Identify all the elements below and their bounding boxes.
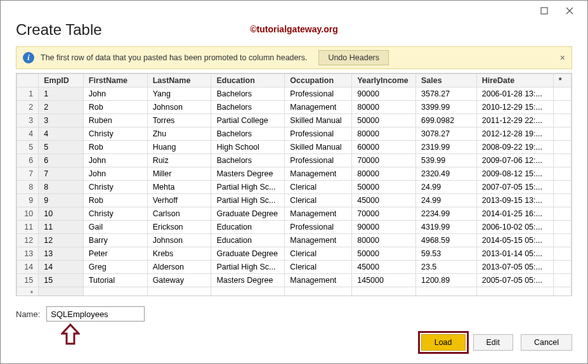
cell[interactable]: 2320.49 xyxy=(415,167,476,181)
cell[interactable]: Rob xyxy=(83,141,147,154)
cell[interactable]: 11 xyxy=(39,221,84,234)
cell[interactable]: John xyxy=(83,167,147,181)
table-row[interactable]: 11JohnYangBachelorsProfessional900003578… xyxy=(17,88,572,101)
table-row[interactable]: 1111GailEricksonEducationProfessional900… xyxy=(17,221,572,234)
cell[interactable]: Ruben xyxy=(83,114,147,127)
table-row[interactable]: 1515TutorialGatewayMasters DegreeManagem… xyxy=(17,274,572,287)
cell[interactable]: 1200.89 xyxy=(415,274,476,287)
edit-button[interactable]: Edit xyxy=(473,334,514,351)
cell[interactable]: 6 xyxy=(39,154,84,167)
cell[interactable]: 2013-09-15 13:... xyxy=(476,194,553,207)
col-header[interactable]: LastName xyxy=(147,74,211,88)
cell[interactable] xyxy=(415,287,476,297)
cell[interactable]: 13 xyxy=(39,247,84,261)
cell[interactable]: Management xyxy=(285,274,352,287)
cell[interactable]: 2009-08-12 15:... xyxy=(476,167,553,181)
cell[interactable]: Partial High Sc... xyxy=(211,181,285,194)
cell[interactable]: Christy xyxy=(83,181,147,194)
cell[interactable]: Rob xyxy=(83,101,147,114)
cell[interactable]: 2234.99 xyxy=(415,207,476,221)
table-row[interactable]: 1313PeterKrebsGraduate DegreeClerical500… xyxy=(17,247,572,261)
cell[interactable]: 2319.99 xyxy=(415,141,476,154)
cancel-button[interactable]: Cancel xyxy=(521,334,572,351)
cell[interactable]: 70000 xyxy=(352,207,416,221)
cell[interactable]: 90000 xyxy=(352,88,416,101)
cell[interactable]: 59.53 xyxy=(415,247,476,261)
cell[interactable]: Professional xyxy=(285,127,352,141)
cell[interactable]: Partial College xyxy=(211,114,285,127)
table-row[interactable]: 66JohnRuizBachelorsProfessional70000539.… xyxy=(17,154,572,167)
cell[interactable]: Rob xyxy=(83,194,147,207)
cell[interactable] xyxy=(39,287,84,297)
cell[interactable]: 2006-01-28 13:... xyxy=(476,88,553,101)
cell[interactable]: Zhu xyxy=(147,127,211,141)
cell[interactable]: 4968.59 xyxy=(415,234,476,247)
cell[interactable]: Christy xyxy=(83,207,147,221)
close-window-button[interactable] xyxy=(557,2,582,20)
cell[interactable]: Alderson xyxy=(147,261,211,274)
cell[interactable]: 2011-12-29 22:... xyxy=(476,114,553,127)
cell[interactable]: 8 xyxy=(39,181,84,194)
cell[interactable]: 2010-12-29 15:... xyxy=(476,101,553,114)
cell[interactable]: 80000 xyxy=(352,101,416,114)
col-header[interactable]: YearlyIncome xyxy=(352,74,416,88)
cell[interactable]: 10 xyxy=(39,207,84,221)
cell[interactable]: 90000 xyxy=(352,221,416,234)
col-header[interactable]: Education xyxy=(211,74,285,88)
cell[interactable]: Professional xyxy=(285,221,352,234)
cell[interactable]: Management xyxy=(285,167,352,181)
cell[interactable]: 2009-07-06 12:... xyxy=(476,154,553,167)
col-header[interactable]: EmpID xyxy=(39,74,84,88)
cell[interactable]: 3399.99 xyxy=(415,101,476,114)
cell[interactable]: 60000 xyxy=(352,141,416,154)
cell[interactable]: 3078.27 xyxy=(415,127,476,141)
cell[interactable]: Skilled Manual xyxy=(285,114,352,127)
cell[interactable]: 80000 xyxy=(352,167,416,181)
cell[interactable]: Skilled Manual xyxy=(285,141,352,154)
cell[interactable] xyxy=(553,287,571,297)
cell[interactable]: Huang xyxy=(147,141,211,154)
cell[interactable]: Partial High Sc... xyxy=(211,261,285,274)
load-button[interactable]: Load xyxy=(421,334,466,351)
cell[interactable]: 2012-12-28 19:... xyxy=(476,127,553,141)
cell[interactable]: Partial High Sc... xyxy=(211,194,285,207)
cell[interactable]: 2013-01-14 05:... xyxy=(476,247,553,261)
cell[interactable]: Graduate Degree xyxy=(211,247,285,261)
cell[interactable]: Tutorial xyxy=(83,274,147,287)
cell[interactable]: 70000 xyxy=(352,154,416,167)
cell[interactable]: 699.0982 xyxy=(415,114,476,127)
cell[interactable]: 2005-07-05 05:... xyxy=(476,274,553,287)
cell[interactable]: Clerical xyxy=(285,181,352,194)
col-header-star[interactable]: * xyxy=(553,74,571,88)
cell[interactable]: 9 xyxy=(39,194,84,207)
table-row[interactable]: 1010ChristyCarlsonGraduate DegreeManagem… xyxy=(17,207,572,221)
table-name-input[interactable] xyxy=(46,306,145,322)
banner-close-button[interactable]: × xyxy=(560,53,565,63)
cell[interactable]: 2006-10-02 05:... xyxy=(476,221,553,234)
cell[interactable]: 2014-01-25 16:... xyxy=(476,207,553,221)
cell[interactable]: 145000 xyxy=(352,274,416,287)
cell[interactable]: Management xyxy=(285,207,352,221)
cell[interactable]: High School xyxy=(211,141,285,154)
cell[interactable] xyxy=(211,287,285,297)
col-header[interactable]: Sales xyxy=(415,74,476,88)
blank-row[interactable]: * xyxy=(17,287,572,297)
cell[interactable] xyxy=(352,287,416,297)
cell[interactable]: 80000 xyxy=(352,234,416,247)
cell[interactable]: 3578.27 xyxy=(415,88,476,101)
cell[interactable]: Gail xyxy=(83,221,147,234)
cell[interactable]: Professional xyxy=(285,154,352,167)
cell[interactable]: Barry xyxy=(83,234,147,247)
table-row[interactable]: 88ChristyMehtaPartial High Sc...Clerical… xyxy=(17,181,572,194)
col-header[interactable]: FirstName xyxy=(83,74,147,88)
cell[interactable]: Masters Degree xyxy=(211,167,285,181)
cell[interactable]: Management xyxy=(285,101,352,114)
table-row[interactable]: 55RobHuangHigh SchoolSkilled Manual60000… xyxy=(17,141,572,154)
col-header[interactable]: HireDate xyxy=(476,74,553,88)
cell[interactable]: 14 xyxy=(39,261,84,274)
cell[interactable]: Professional xyxy=(285,88,352,101)
col-header[interactable]: Occupation xyxy=(285,74,352,88)
table-row[interactable]: 44ChristyZhuBachelorsProfessional8000030… xyxy=(17,127,572,141)
cell[interactable]: 3 xyxy=(39,114,84,127)
table-row[interactable]: 1414GregAldersonPartial High Sc...Cleric… xyxy=(17,261,572,274)
